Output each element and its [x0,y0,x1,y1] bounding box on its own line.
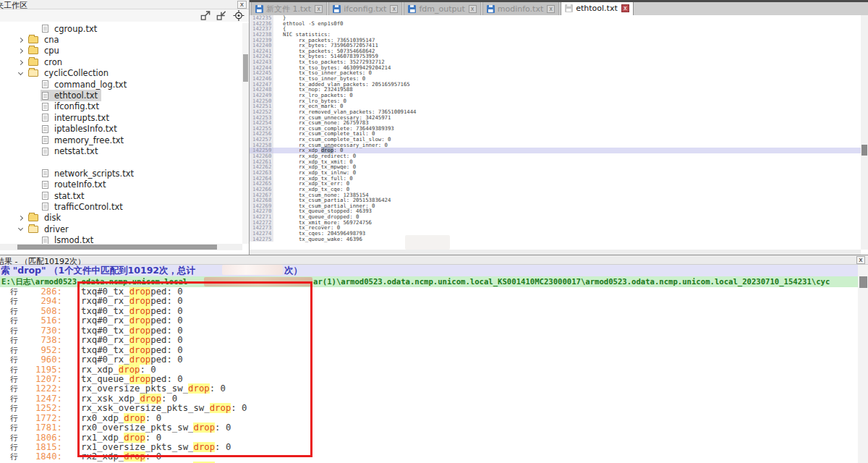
result-row[interactable]: 行730:txq#0_tx_dropped: 0 [0,326,858,336]
result-row[interactable]: 行1815:rx1_oversize_pkts_sw_drop: 0 [0,443,858,452]
tab-close-icon[interactable]: x [315,5,323,13]
tree-item-routeInfo.txt[interactable]: routeInfo.txt [0,179,243,190]
tree-item-label: ifconfig.txt [52,101,101,111]
result-file-path-line[interactable]: E:\日志\armod0523.odata.ncmp.unicom.local … [0,276,858,287]
tree-item-ethtool.txt[interactable]: ethtool.txt [0,90,243,101]
tree-item-label: cyclicCollection [42,68,111,78]
tree-item-memory_free.txt[interactable]: memory_free.txt [0,135,243,145]
tree-item-content: cgroup.txt [41,23,101,35]
row-match-text: rx0_oversize_pkts_sw_drop: 0 [81,423,231,433]
chevron-right-icon[interactable] [18,48,23,54]
tab-close-icon[interactable]: x [547,5,555,13]
row-line-number: 1222: [20,384,62,394]
tree-item-content: driver [27,224,72,235]
match-highlight: drop [129,287,151,297]
tab-close-icon[interactable]: x [621,4,629,12]
tree-item-netstat.txt[interactable]: netstat.txt [0,145,243,156]
search-results-panel: 结果 - （匹配10192次） x 索 "drop" （1个文件中匹配到1019… [0,255,868,463]
result-row[interactable]: 行738:rxq#0_rx_dropped: 0 [0,336,858,345]
tab-modinfo.txt[interactable]: modinfo.txtx [482,1,560,15]
editor-vertical-scrollbar[interactable] [861,15,868,250]
result-row[interactable]: 行1840:rx2_xdp_drop: 0 [0,452,858,462]
tab-ifconfig.txt[interactable]: ifconfig.txtx [328,1,402,15]
tree-item-command_log.txt[interactable]: command_log.txt [0,79,243,90]
result-row[interactable]: 行1781:rx0_oversize_pkts_sw_drop: 0 [0,423,858,433]
tab-ethtool.txt[interactable]: ethtool.txtx [561,0,634,15]
tab-fdm_output[interactable]: fdm_outputx [404,1,480,15]
row-match-text: rx1_xdp_drop: 0 [81,433,161,443]
search-summary-line[interactable]: 索 "drop" （1个文件中匹配到10192次，总计 次） [0,265,858,276]
result-row[interactable]: 行294:rxq#0_rx_dropped: 0 [0,297,858,306]
row-match-text: txq#0_tx_dropped: 0 [81,346,183,355]
tree-item-cpu[interactable]: cpu [0,46,243,56]
tree-item-cron[interactable]: cron [0,56,243,67]
collapse-all-icon[interactable] [216,10,227,21]
tree-item-cgroup.txt[interactable]: cgroup.txt [0,23,243,34]
scrollbar-thumb[interactable] [17,245,217,250]
scrollbar-thumb[interactable] [861,145,867,156]
tree-item-label: trafficControl.txt [52,202,125,212]
tree-item-trafficControl.txt[interactable]: trafficControl.txt [0,201,243,212]
tree-row-blank [0,157,243,168]
scrollbar-thumb[interactable] [243,54,248,82]
chevron-right-icon[interactable] [18,38,23,43]
workspace-file-tree: cgroup.txtcnacpucroncyclicCollectioncomm… [0,23,243,244]
line-number: 142275 [250,237,273,242]
tab-新文件 1.txt[interactable]: 新文件 1.txtx [251,1,327,15]
tree-item-iptablesInfo.txt[interactable]: iptablesInfo.txt [0,124,243,135]
chevron-down-icon[interactable] [18,70,23,75]
result-row[interactable]: 行516:rxq#0_rx_dropped: 0 [0,316,858,326]
workspace-close-icon[interactable]: x [237,1,247,9]
tree-horizontal-scrollbar[interactable] [0,244,242,250]
tree-item-content: cyclicCollection [27,67,112,79]
tree-item-label: cpu [42,46,61,56]
row-match-text: rxq#0_rx_dropped: 0 [81,355,183,365]
result-row[interactable]: 行1222:rx_oversize_pkts_sw_drop: 0 [0,384,858,394]
tab-close-icon[interactable]: x [469,5,477,13]
tree-item-interrupts.txt[interactable]: interrupts.txt [0,112,243,123]
row-line-label: 行 [10,414,20,423]
tree-item-label: stat.txt [52,191,87,201]
tree-item-lsmod.txt[interactable]: lsmod.txt [0,234,243,244]
tree-item-cyclicCollection[interactable]: cyclicCollection [0,68,243,79]
tree-item-stat.txt[interactable]: stat.txt [0,190,243,201]
result-row[interactable]: 行1207:tx_queue_dropped: 0 [0,375,858,384]
match-highlight: drop [140,394,161,404]
match-highlight: drop [124,433,145,443]
chevron-down-icon[interactable] [18,226,23,231]
result-row[interactable]: 行952:txq#0_tx_dropped: 0 [0,346,858,355]
tree-vertical-scrollbar[interactable] [242,23,249,244]
tree-item-network_scripts.txt[interactable]: network_scripts.txt [0,168,243,179]
result-row[interactable]: 行1772:rx0_xdp_drop: 0 [0,414,858,423]
chevron-right-icon[interactable] [18,216,23,221]
tree-item-driver[interactable]: driver [0,224,243,234]
editor-horizontal-scrollbar[interactable] [250,250,861,255]
row-line-label: 行 [10,297,20,306]
row-line-number: 738: [20,336,62,345]
tree-item-disk[interactable]: disk [0,213,243,224]
results-vertical-scrollbar[interactable] [858,265,868,463]
tree-item-label: routeInfo.txt [52,179,108,190]
result-row[interactable]: 行508:txq#0_tx_dropped: 0 [0,307,858,316]
result-row[interactable]: 行960:rxq#0_rx_dropped: 0 [0,355,858,365]
locate-file-icon[interactable] [233,10,244,21]
row-match-text: rx_xdp_drop: 0 [81,365,156,375]
tree-item-label: ethtool.txt [52,90,100,101]
text-editor[interactable]: 142235}142236ethtool -S enp1s0f0142237{1… [250,15,861,250]
tree-item-content: network_scripts.txt [41,168,137,179]
result-row[interactable]: 行1252:rx_xsk_oversize_pkts_sw_drop: 0 [0,404,858,413]
result-row[interactable]: 行1247:rx_xsk_xdp_drop: 0 [0,394,858,404]
match-highlight: drop [129,296,151,306]
result-row[interactable]: 行286:txq#0_tx_dropped: 0 [0,287,858,297]
tab-label: 新文件 1.txt [266,4,311,14]
scrollbar-thumb[interactable] [859,276,867,288]
result-row[interactable]: 行1806:rx1_xdp_drop: 0 [0,433,858,443]
results-close-icon[interactable]: x [856,256,865,264]
expand-all-icon[interactable] [200,10,211,21]
file-icon [42,192,48,200]
tree-item-cna[interactable]: cna [0,34,243,45]
tree-item-ifconfig.txt[interactable]: ifconfig.txt [0,101,243,112]
chevron-right-icon[interactable] [18,60,23,65]
tab-close-icon[interactable]: x [390,5,398,13]
result-row[interactable]: 行1195:rx_xdp_drop: 0 [0,365,858,375]
